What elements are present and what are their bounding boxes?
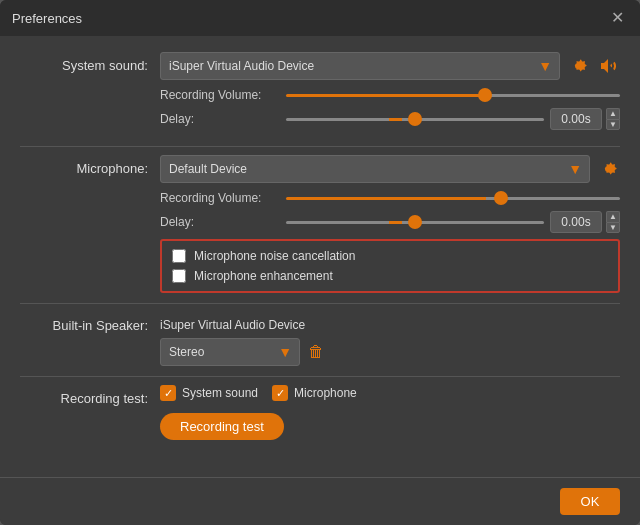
recording-test-options-row: ✓ System sound ✓ Microphone bbox=[160, 385, 620, 401]
microphone-label: Microphone: bbox=[20, 155, 160, 176]
system-sound-section: System sound: iSuper Virtual Audio Devic… bbox=[20, 52, 620, 136]
system-sound-label: System sound: bbox=[20, 52, 160, 73]
enhancement-item: Microphone enhancement bbox=[172, 269, 608, 283]
microphone-dropdown[interactable]: Default Device bbox=[160, 155, 590, 183]
system-sound-dropdown[interactable]: iSuper Virtual Audio Device bbox=[160, 52, 560, 80]
microphone-section: Microphone: Default Device ▼ bbox=[20, 155, 620, 293]
microphone-dropdown-wrapper: Default Device ▼ bbox=[160, 155, 590, 183]
system-sound-dropdown-wrapper: iSuper Virtual Audio Device ▼ bbox=[160, 52, 560, 80]
microphone-check-label[interactable]: ✓ Microphone bbox=[272, 385, 357, 401]
speaker-icon bbox=[598, 56, 618, 76]
microphone-volume-slider[interactable] bbox=[286, 197, 620, 200]
builtin-speaker-section: Built-in Speaker: iSuper Virtual Audio D… bbox=[20, 312, 620, 366]
microphone-volume-row: Recording Volume: bbox=[160, 191, 620, 205]
stereo-dropdown[interactable]: Stereo bbox=[160, 338, 300, 366]
divider-1 bbox=[20, 146, 620, 147]
microphone-volume-slider-container bbox=[286, 191, 620, 205]
system-sound-delay-down[interactable]: ▼ bbox=[606, 119, 620, 130]
ok-button[interactable]: OK bbox=[560, 488, 620, 515]
system-sound-delay-up[interactable]: ▲ bbox=[606, 108, 620, 119]
close-button[interactable]: ✕ bbox=[607, 8, 628, 28]
microphone-gear-icon bbox=[598, 159, 618, 179]
microphone-delay-label: Delay: bbox=[160, 215, 280, 229]
system-sound-delay-slider-container bbox=[286, 112, 544, 126]
microphone-delay-input[interactable] bbox=[550, 211, 602, 233]
system-sound-delay-slider[interactable] bbox=[286, 118, 544, 121]
microphone-options-group: Microphone noise cancellation Microphone… bbox=[160, 239, 620, 293]
system-sound-delay-row: Delay: ▲ ▼ bbox=[160, 108, 620, 130]
system-sound-volume-slider[interactable] bbox=[286, 94, 620, 97]
gear-icon bbox=[568, 56, 588, 76]
noise-cancellation-checkbox[interactable] bbox=[172, 249, 186, 263]
recording-test-controls: ✓ System sound ✓ Microphone Recording te… bbox=[160, 385, 620, 440]
builtin-speaker-delete-button[interactable]: 🗑 bbox=[306, 341, 326, 363]
system-sound-volume-slider-container bbox=[286, 88, 620, 102]
system-sound-volume-label: Recording Volume: bbox=[160, 88, 280, 102]
system-sound-check-label[interactable]: ✓ System sound bbox=[160, 385, 258, 401]
microphone-delay-value-group: ▲ ▼ bbox=[550, 211, 620, 233]
builtin-speaker-controls: iSuper Virtual Audio Device Stereo ▼ 🗑 bbox=[160, 312, 620, 366]
microphone-volume-label: Recording Volume: bbox=[160, 191, 280, 205]
system-sound-check-text: System sound bbox=[182, 386, 258, 400]
system-sound-speaker-button[interactable] bbox=[596, 54, 620, 78]
divider-2 bbox=[20, 303, 620, 304]
divider-3 bbox=[20, 376, 620, 377]
titlebar: Preferences ✕ bbox=[0, 0, 640, 36]
microphone-delay-spinners: ▲ ▼ bbox=[606, 211, 620, 233]
system-sound-delay-spinners: ▲ ▼ bbox=[606, 108, 620, 130]
dialog-title: Preferences bbox=[12, 11, 82, 26]
microphone-delay-up[interactable]: ▲ bbox=[606, 211, 620, 222]
system-sound-delay-label: Delay: bbox=[160, 112, 280, 126]
enhancement-checkbox[interactable] bbox=[172, 269, 186, 283]
system-sound-delay-value-group: ▲ ▼ bbox=[550, 108, 620, 130]
microphone-gear-button[interactable] bbox=[596, 157, 620, 181]
builtin-speaker-label: Built-in Speaker: bbox=[20, 312, 160, 333]
microphone-delay-slider[interactable] bbox=[286, 221, 544, 224]
system-sound-controls: iSuper Virtual Audio Device ▼ bbox=[160, 52, 620, 136]
microphone-controls: Default Device ▼ Recording Volume: bbox=[160, 155, 620, 293]
system-sound-gear-button[interactable] bbox=[566, 54, 590, 78]
stereo-row: Stereo ▼ 🗑 bbox=[160, 338, 620, 366]
microphone-check-icon: ✓ bbox=[272, 385, 288, 401]
microphone-delay-down[interactable]: ▼ bbox=[606, 222, 620, 233]
recording-test-button[interactable]: Recording test bbox=[160, 413, 284, 440]
system-sound-check-icon: ✓ bbox=[160, 385, 176, 401]
microphone-delay-row: Delay: ▲ ▼ bbox=[160, 211, 620, 233]
system-sound-volume-row: Recording Volume: bbox=[160, 88, 620, 102]
preferences-dialog: Preferences ✕ System sound: iSuper Virtu… bbox=[0, 0, 640, 525]
content-area: System sound: iSuper Virtual Audio Devic… bbox=[0, 36, 640, 477]
microphone-check-text: Microphone bbox=[294, 386, 357, 400]
noise-cancellation-item: Microphone noise cancellation bbox=[172, 249, 608, 263]
system-sound-delay-input[interactable] bbox=[550, 108, 602, 130]
recording-test-label: Recording test: bbox=[20, 385, 160, 406]
footer: OK bbox=[0, 477, 640, 525]
builtin-speaker-device: iSuper Virtual Audio Device bbox=[160, 312, 620, 332]
recording-test-section: Recording test: ✓ System sound ✓ Microph… bbox=[20, 385, 620, 440]
enhancement-label: Microphone enhancement bbox=[194, 269, 333, 283]
noise-cancellation-label: Microphone noise cancellation bbox=[194, 249, 355, 263]
microphone-delay-slider-container bbox=[286, 215, 544, 229]
stereo-dropdown-wrapper: Stereo ▼ bbox=[160, 338, 300, 366]
